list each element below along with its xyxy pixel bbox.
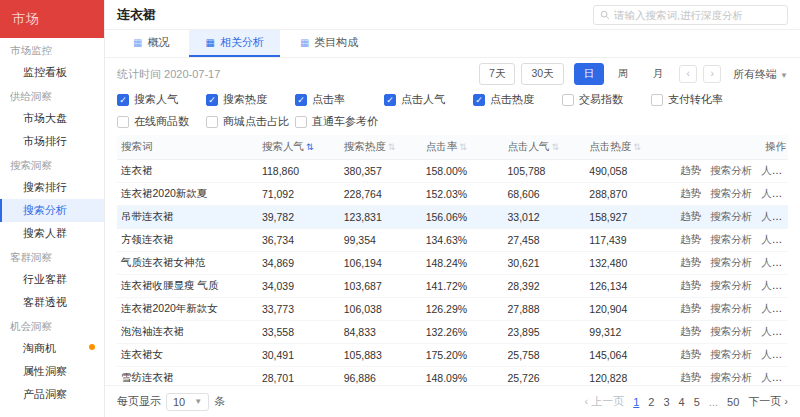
sort-icon[interactable]: ⇅ xyxy=(306,142,314,152)
sort-icon[interactable]: ⇅ xyxy=(388,142,396,152)
sidebar-item[interactable]: 属性洞察 xyxy=(0,360,104,383)
action-link[interactable]: 趋势 xyxy=(680,348,701,360)
period-button[interactable]: 月 xyxy=(643,63,674,85)
action-link[interactable]: 人群分析 xyxy=(761,371,788,383)
notification-dot xyxy=(89,344,95,350)
metric-checkbox[interactable]: 商城点击占比 xyxy=(206,114,295,129)
action-link[interactable]: 搜索分析 xyxy=(710,348,752,360)
action-link[interactable]: 人群分析 xyxy=(761,187,788,199)
metric-checkbox[interactable]: 交易指数 xyxy=(562,92,651,107)
metric-label: 支付转化率 xyxy=(668,92,723,107)
sidebar-item[interactable]: 市场排行 xyxy=(0,130,104,153)
sidebar-item[interactable]: 搜索排行 xyxy=(0,176,104,199)
sidebar-group-label: 搜索洞察 xyxy=(0,153,104,176)
period-button[interactable]: 日 xyxy=(574,63,605,85)
column-header[interactable]: 点击率⇅ xyxy=(422,135,504,160)
metric-checkbox[interactable]: 支付转化率 xyxy=(651,92,740,107)
action-link[interactable]: 人群分析 xyxy=(761,325,788,337)
sidebar-item[interactable]: 产品洞察 xyxy=(0,383,104,406)
page-number[interactable]: 3 xyxy=(663,396,669,408)
page-number[interactable]: 1 xyxy=(633,396,639,408)
search-box[interactable] xyxy=(593,5,788,25)
page-number[interactable]: 5 xyxy=(694,396,700,408)
action-link[interactable]: 人群分析 xyxy=(761,279,788,291)
action-link[interactable]: 搜索分析 xyxy=(710,279,752,291)
sidebar-item[interactable]: 淘商机 xyxy=(0,337,104,360)
metric-checkbox[interactable]: 在线商品数 xyxy=(117,114,206,129)
tab-active[interactable]: ▦相关分析 xyxy=(189,30,279,57)
action-link[interactable]: 趋势 xyxy=(680,210,701,222)
action-link[interactable]: 趋势 xyxy=(680,187,701,199)
value-cell: 33,773 xyxy=(258,298,340,321)
metric-checkbox[interactable]: ✓点击率 xyxy=(295,92,384,107)
value-cell: 118,860 xyxy=(258,160,340,183)
column-header: 操作 xyxy=(667,135,788,160)
column-header: 搜索词 xyxy=(117,135,258,160)
metric-checkbox[interactable]: ✓搜索热度 xyxy=(206,92,295,107)
metric-checkbox[interactable]: ✓点击人气 xyxy=(384,92,473,107)
table-row: 连衣裙118,860380,357158.00%105,788490,058趋势… xyxy=(117,160,788,183)
prev-arrow-button[interactable]: ‹ xyxy=(679,65,697,83)
actions-cell: 趋势搜索分析人群分析 xyxy=(667,275,788,298)
column-header[interactable]: 搜索人气⇅ xyxy=(258,135,340,160)
action-link[interactable]: 趋势 xyxy=(680,302,701,314)
action-link[interactable]: 搜索分析 xyxy=(710,210,752,222)
next-arrow-button[interactable]: › xyxy=(703,65,721,83)
action-link[interactable]: 搜索分析 xyxy=(710,164,752,176)
action-link[interactable]: 搜索分析 xyxy=(710,256,752,268)
sort-icon[interactable]: ⇅ xyxy=(551,142,559,152)
value-cell: 126,134 xyxy=(585,275,667,298)
tab-item[interactable]: ▦类目构成 xyxy=(284,30,374,57)
metric-label: 在线商品数 xyxy=(134,114,189,129)
action-link[interactable]: 人群分析 xyxy=(761,348,788,360)
action-link[interactable]: 人群分析 xyxy=(761,164,788,176)
terminal-select[interactable]: 所有终端▼ xyxy=(733,67,788,82)
column-header[interactable]: 搜索热度⇅ xyxy=(340,135,422,160)
search-input[interactable] xyxy=(614,9,781,21)
prev-page-button[interactable]: ‹ 上一页 xyxy=(584,394,624,409)
keyword-cell: 吊带连衣裙 xyxy=(117,206,258,229)
action-link[interactable]: 搜索分析 xyxy=(710,187,752,199)
action-link[interactable]: 搜索分析 xyxy=(710,371,752,383)
page-number[interactable]: 50 xyxy=(727,396,739,408)
metric-checkbox[interactable]: ✓搜索人气 xyxy=(117,92,206,107)
sidebar-item[interactable]: 搜索人群 xyxy=(0,222,104,245)
range-button[interactable]: 30天 xyxy=(521,63,563,85)
column-header[interactable]: 点击热度⇅ xyxy=(585,135,667,160)
table-row: 泡泡袖连衣裙33,55884,833132.26%23,89599,312趋势搜… xyxy=(117,321,788,344)
checkbox-unchecked-icon xyxy=(206,116,218,128)
value-cell: 158,927 xyxy=(585,206,667,229)
action-link[interactable]: 人群分析 xyxy=(761,256,788,268)
page-number[interactable]: 2 xyxy=(648,396,654,408)
sidebar-item[interactable]: 搜索分析 xyxy=(0,199,104,222)
action-link[interactable]: 搜索分析 xyxy=(710,325,752,337)
column-header[interactable]: 点击人气⇅ xyxy=(503,135,585,160)
action-link[interactable]: 人群分析 xyxy=(761,210,788,222)
page-number[interactable]: 4 xyxy=(679,396,685,408)
action-link[interactable]: 人群分析 xyxy=(761,302,788,314)
sidebar-item[interactable]: 监控看板 xyxy=(0,61,104,84)
sidebar-item[interactable]: 行业客群 xyxy=(0,268,104,291)
sidebar-item[interactable]: 市场大盘 xyxy=(0,107,104,130)
next-page-button[interactable]: 下一页 › xyxy=(748,394,788,409)
per-page-select[interactable]: 10▼ xyxy=(166,393,209,411)
metric-checkbox[interactable]: 直通车参考价 xyxy=(295,114,384,129)
action-link[interactable]: 人群分析 xyxy=(761,233,788,245)
tab-item[interactable]: ▦概况 xyxy=(117,30,185,57)
action-link[interactable]: 搜索分析 xyxy=(710,302,752,314)
action-link[interactable]: 趋势 xyxy=(680,233,701,245)
action-link[interactable]: 趋势 xyxy=(680,371,701,383)
sort-icon[interactable]: ⇅ xyxy=(459,142,467,152)
metric-checkbox[interactable]: ✓点击热度 xyxy=(473,92,562,107)
action-link[interactable]: 趋势 xyxy=(680,256,701,268)
value-cell: 106,038 xyxy=(340,298,422,321)
action-link[interactable]: 搜索分析 xyxy=(710,233,752,245)
action-link[interactable]: 趋势 xyxy=(680,279,701,291)
sort-icon[interactable]: ⇅ xyxy=(633,142,641,152)
period-button[interactable]: 周 xyxy=(608,63,639,85)
sidebar-item[interactable]: 客群透视 xyxy=(0,291,104,314)
keyword-cell: 泡泡袖连衣裙 xyxy=(117,321,258,344)
range-button[interactable]: 7天 xyxy=(479,63,515,85)
action-link[interactable]: 趋势 xyxy=(680,325,701,337)
action-link[interactable]: 趋势 xyxy=(680,164,701,176)
